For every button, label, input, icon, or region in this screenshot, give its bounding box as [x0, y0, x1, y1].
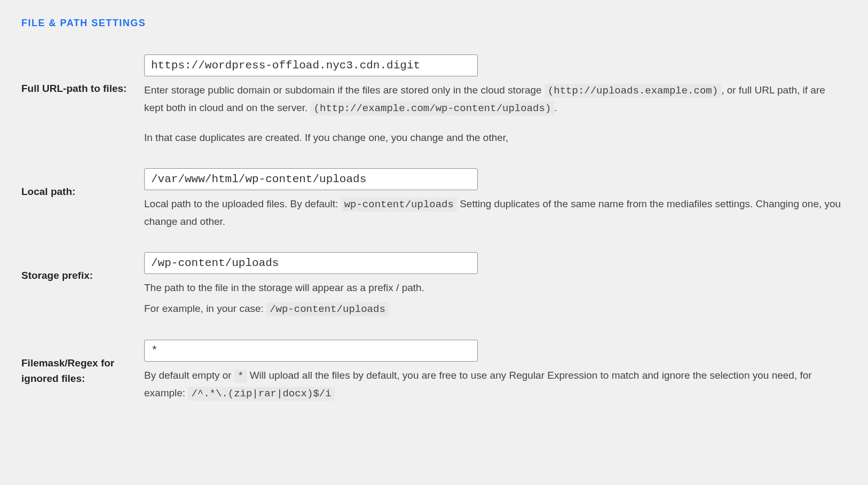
- desc-text: .: [554, 102, 557, 113]
- desc-storage-prefix: The path to the file in the storage will…: [144, 279, 847, 318]
- desc-text: Local path to the uploaded files. By def…: [144, 198, 341, 209]
- content-filemask: By default empty or * Will upload all th…: [144, 340, 847, 406]
- desc-filemask: By default empty or * Will upload all th…: [144, 367, 847, 403]
- desc-text: In that case duplicates are created. If …: [144, 129, 847, 146]
- section-title: FILE & PATH SETTINGS: [21, 16, 847, 30]
- desc-local-path: Local path to the uploaded files. By def…: [144, 195, 847, 231]
- desc-text: Enter storage public domain or subdomain…: [144, 84, 542, 96]
- row-filemask: Filemask/Regex for ignored files: By def…: [21, 340, 847, 406]
- row-full-url: Full URL-path to files: Enter storage pu…: [21, 54, 847, 150]
- content-storage-prefix: The path to the file in the storage will…: [144, 252, 847, 321]
- label-full-url: Full URL-path to files:: [21, 54, 144, 97]
- code-snippet: *: [234, 369, 247, 383]
- code-snippet: wp-content/uploads: [341, 198, 457, 212]
- code-snippet: (http://example.com/wp-content/uploads): [311, 101, 555, 115]
- storage-prefix-input[interactable]: [144, 252, 478, 274]
- code-snippet: /wp-content/uploads: [266, 302, 389, 316]
- label-filemask: Filemask/Regex for ignored files:: [21, 340, 144, 386]
- label-local-path: Local path:: [21, 168, 144, 200]
- desc-text: For example, in your case:: [144, 303, 266, 314]
- label-storage-prefix: Storage prefix:: [21, 252, 144, 284]
- desc-text: The path to the file in the storage will…: [144, 279, 847, 296]
- local-path-input[interactable]: [144, 168, 478, 190]
- code-snippet: (http://uploads.example.com): [545, 84, 721, 98]
- desc-text: By default empty or: [144, 370, 234, 381]
- filemask-input[interactable]: [144, 340, 478, 362]
- content-local-path: Local path to the uploaded files. By def…: [144, 168, 847, 234]
- full-url-input[interactable]: [144, 54, 478, 76]
- content-full-url: Enter storage public domain or subdomain…: [144, 54, 847, 150]
- desc-full-url: Enter storage public domain or subdomain…: [144, 82, 847, 146]
- row-local-path: Local path: Local path to the uploaded f…: [21, 168, 847, 234]
- code-snippet: /^.*\.(zip|rar|docx)$/i: [188, 387, 334, 401]
- row-storage-prefix: Storage prefix: The path to the file in …: [21, 252, 847, 321]
